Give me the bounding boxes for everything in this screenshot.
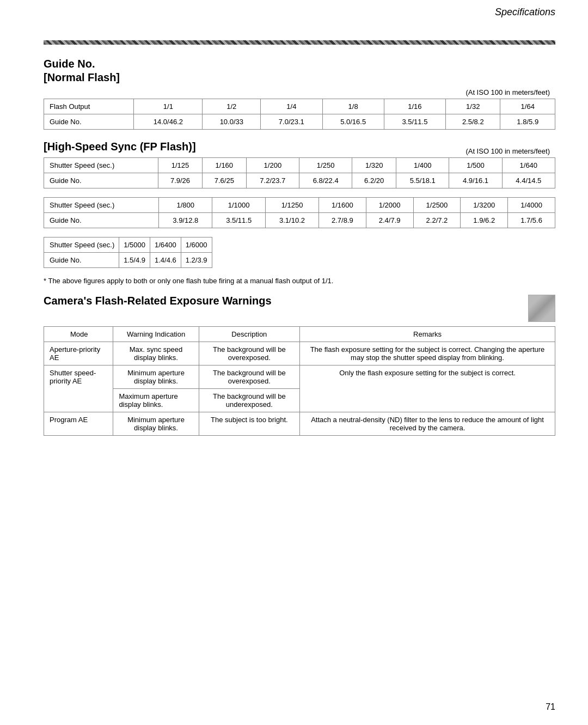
table-cell-warning: Minimum aperture display blinks. [113,365,199,389]
fp-table2: Shutter Speed (sec.) 1/800 1/1000 1/1250… [44,197,555,228]
guide-no-section: Guide No. [Normal Flash] (At ISO 100 in … [44,58,555,130]
table-cell: 1/1 [134,99,203,114]
table-cell: 1/500 [449,158,502,173]
table-cell: 1/2000 [366,198,413,213]
table-cell-remarks: Only the flash exposure setting for the … [300,365,555,412]
table-cell: 1/5000 [119,237,150,253]
table-cell: Shutter Speed (sec.) [44,237,119,253]
table-cell: 7.9/26 [158,173,203,188]
table-cell: 6.8/22.4 [299,173,352,188]
table-cell: Guide No. [44,253,119,268]
table-cell: 2.4/7.9 [366,213,413,228]
table-cell: 1/6400 [150,237,181,253]
exposure-section-title: Camera's Flash-Related Exposure Warnings [44,295,272,307]
table-cell: 2.5/8.2 [446,114,500,130]
page: Specifications Guide No. [Normal Flash] … [0,0,588,725]
table-cell: 1/4000 [508,198,555,213]
table-cell: 1/4 [261,99,322,114]
table-cell: 1.8/5.9 [500,114,555,130]
table-cell: 3.1/10.2 [266,213,319,228]
table-cell-description: The background will be overexposed. [199,342,299,365]
table-cell-mode: Program AE [44,412,113,436]
table-cell: 1/2500 [413,198,461,213]
header-bar: Specifications [0,0,588,18]
table-cell: 1/640 [502,158,555,173]
table-cell: 2.7/8.9 [318,213,366,228]
table-header: Remarks [300,327,555,342]
fp-flash-section: [High-Speed Sync (FP Flash)] (At ISO 100… [44,141,555,268]
table-cell: 1/125 [158,158,203,173]
thumbnail-icon [528,295,555,322]
table-cell-description: The background will be overexposed. [199,365,299,389]
table-cell: 6.2/20 [352,173,396,188]
table-cell: 1/64 [500,99,555,114]
fp-table1: Shutter Speed (sec.) 1/125 1/160 1/200 1… [44,157,555,188]
decorative-bar [44,40,555,45]
table-cell: 3.9/12.8 [159,213,212,228]
page-number: 71 [546,702,555,712]
table-cell: 7.0/23.1 [261,114,322,130]
table-cell: 1/2 [203,99,261,114]
table-cell: 1/1000 [212,198,266,213]
table-cell: 1/3200 [461,198,508,213]
table-row: Aperture-priority AE Max. sync speed dis… [44,342,555,365]
table-cell-warning: Maximum aperture display blinks. [113,389,199,412]
table-cell: 3.5/11.5 [212,213,266,228]
table-cell: 1/8 [322,99,384,114]
table-header: Mode [44,327,113,342]
table-cell-remarks: Attach a neutral-density (ND) filter to … [300,412,555,436]
table-cell: Guide No. [44,173,158,188]
fp-flash-iso-note: (At ISO 100 in meters/feet) [465,147,550,155]
table-cell: 1/1600 [318,198,366,213]
guide-no-title-line2: [Normal Flash] [44,71,555,84]
table-cell: 4.4/14.5 [502,173,555,188]
guide-no-title-line1: Guide No. [44,58,555,70]
table-row: Program AE Minimum aperture display blin… [44,412,555,436]
table-cell: 1/160 [202,158,246,173]
table-cell: 1/250 [299,158,352,173]
table-cell: 4.9/16.1 [449,173,502,188]
table-cell: 1/32 [446,99,500,114]
table-cell-mode: Shutter speed-priority AE [44,365,113,412]
table-cell-mode: Aperture-priority AE [44,342,113,365]
table-cell: 1/800 [159,198,212,213]
table-cell: 1/1250 [266,198,319,213]
page-header-title: Specifications [495,7,555,18]
table-cell: Shutter Speed (sec.) [44,158,158,173]
table-header: Description [199,327,299,342]
fp-flash-title: [High-Speed Sync (FP Flash)] [44,141,196,153]
table-cell-remarks: The flash exposure setting for the subje… [300,342,555,365]
table-cell: 7.2/23.7 [246,173,299,188]
table-cell: Guide No. [44,114,134,130]
exposure-section: Camera's Flash-Related Exposure Warnings… [44,295,555,436]
table-cell: 14.0/46.2 [134,114,203,130]
table-cell: 1.9/6.2 [461,213,508,228]
table-cell: 10.0/33 [203,114,261,130]
table-cell: 1.2/3.9 [181,253,212,268]
table-cell: Shutter Speed (sec.) [44,198,159,213]
table-cell: 1.5/4.9 [119,253,150,268]
table-cell: 1/16 [384,99,445,114]
table-cell: 1.7/5.6 [508,213,555,228]
table-cell-warning: Max. sync speed display blinks. [113,342,199,365]
table-cell-warning: Minimum aperture display blinks. [113,412,199,436]
table-cell: Flash Output [44,99,134,114]
guide-no-iso-note: (At ISO 100 in meters/feet) [44,88,550,96]
table-cell: 5.5/18.1 [396,173,449,188]
table-cell: 1/6000 [181,237,212,253]
table-header: Warning Indication [113,327,199,342]
table-cell: 1/320 [352,158,396,173]
table-cell: 5.0/16.5 [322,114,384,130]
table-cell: 3.5/11.5 [384,114,445,130]
table-cell-description: The background will be underexposed. [199,389,299,412]
table-row: Shutter speed-priority AE Minimum apertu… [44,365,555,389]
guide-no-table: Flash Output 1/1 1/2 1/4 1/8 1/16 1/32 1… [44,99,555,130]
table-cell: 1/200 [246,158,299,173]
fp-table3: Shutter Speed (sec.) 1/5000 1/6400 1/600… [44,237,212,268]
table-cell: Guide No. [44,213,159,228]
table-cell: 7.6/25 [202,173,246,188]
exposure-table: Mode Warning Indication Description Rema… [44,326,555,436]
table-cell: 2.2/7.2 [413,213,461,228]
table-cell: 1.4/4.6 [150,253,181,268]
table-cell-description: The subject is too bright. [199,412,299,436]
